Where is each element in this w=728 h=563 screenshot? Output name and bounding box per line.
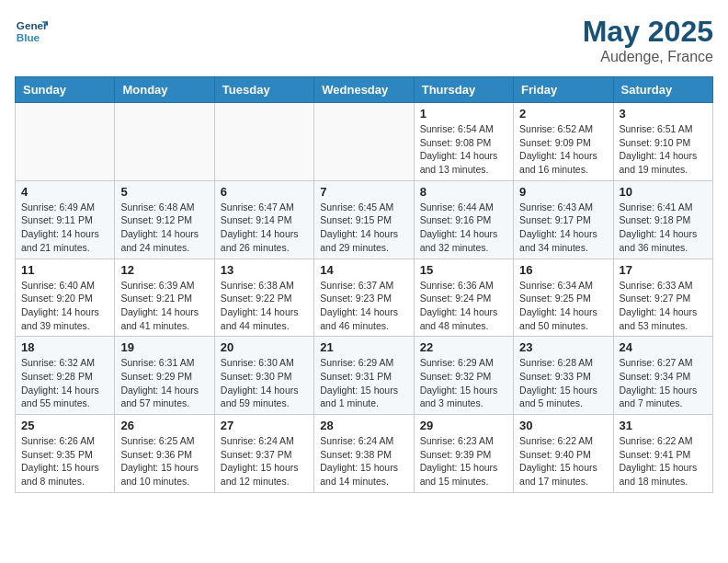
day-number: 4	[21, 185, 108, 199]
day-number: 26	[120, 419, 208, 432]
calendar-cell: 22Sunrise: 6:29 AM Sunset: 9:32 PM Dayli…	[414, 337, 513, 415]
day-number: 22	[420, 340, 507, 354]
calendar-cell: 3Sunrise: 6:51 AM Sunset: 9:10 PM Daylig…	[613, 103, 712, 181]
day-number: 13	[221, 263, 308, 277]
calendar-cell: 19Sunrise: 6:31 AM Sunset: 9:29 PM Dayli…	[115, 337, 214, 415]
day-info: Sunrise: 6:25 AM Sunset: 9:36 PM Dayligh…	[120, 434, 208, 488]
day-number: 25	[21, 419, 108, 432]
calendar-cell: 17Sunrise: 6:33 AM Sunset: 9:27 PM Dayli…	[613, 259, 712, 337]
calendar-cell: 2Sunrise: 6:52 AM Sunset: 9:09 PM Daylig…	[514, 103, 613, 181]
calendar-week-row: 25Sunrise: 6:26 AM Sunset: 9:35 PM Dayli…	[16, 415, 713, 493]
day-info: Sunrise: 6:49 AM Sunset: 9:11 PM Dayligh…	[21, 201, 108, 255]
calendar-cell: 4Sunrise: 6:49 AM Sunset: 9:11 PM Daylig…	[16, 180, 115, 259]
calendar-cell: 20Sunrise: 6:30 AM Sunset: 9:30 PM Dayli…	[214, 337, 313, 415]
day-number: 9	[519, 185, 607, 199]
day-info: Sunrise: 6:24 AM Sunset: 9:38 PM Dayligh…	[320, 434, 407, 488]
calendar-week-row: 4Sunrise: 6:49 AM Sunset: 9:11 PM Daylig…	[16, 180, 713, 259]
calendar-cell: 1Sunrise: 6:54 AM Sunset: 9:08 PM Daylig…	[414, 103, 513, 181]
day-info: Sunrise: 6:22 AM Sunset: 9:41 PM Dayligh…	[620, 434, 707, 488]
day-info: Sunrise: 6:39 AM Sunset: 9:21 PM Dayligh…	[120, 279, 208, 333]
day-info: Sunrise: 6:44 AM Sunset: 9:16 PM Dayligh…	[420, 201, 507, 255]
calendar-cell: 18Sunrise: 6:32 AM Sunset: 9:28 PM Dayli…	[16, 337, 115, 415]
weekday-header-thursday: Thursday	[414, 77, 513, 103]
day-info: Sunrise: 6:54 AM Sunset: 9:08 PM Dayligh…	[420, 122, 507, 177]
day-number: 28	[320, 419, 407, 432]
day-info: Sunrise: 6:34 AM Sunset: 9:25 PM Dayligh…	[519, 279, 607, 333]
calendar-cell: 24Sunrise: 6:27 AM Sunset: 9:34 PM Dayli…	[613, 337, 712, 415]
day-info: Sunrise: 6:38 AM Sunset: 9:22 PM Dayligh…	[221, 279, 308, 333]
calendar-cell: 14Sunrise: 6:37 AM Sunset: 9:23 PM Dayli…	[314, 259, 414, 337]
calendar-cell: 10Sunrise: 6:41 AM Sunset: 9:18 PM Dayli…	[613, 180, 712, 259]
day-info: Sunrise: 6:47 AM Sunset: 9:14 PM Dayligh…	[221, 201, 308, 255]
day-number: 1	[420, 107, 507, 121]
day-info: Sunrise: 6:45 AM Sunset: 9:15 PM Dayligh…	[320, 201, 407, 255]
calendar-cell: 23Sunrise: 6:28 AM Sunset: 9:33 PM Dayli…	[514, 337, 613, 415]
day-number: 7	[320, 185, 407, 199]
calendar-cell: 13Sunrise: 6:38 AM Sunset: 9:22 PM Dayli…	[214, 259, 313, 337]
calendar-cell: 8Sunrise: 6:44 AM Sunset: 9:16 PM Daylig…	[414, 180, 513, 259]
calendar-cell: 5Sunrise: 6:48 AM Sunset: 9:12 PM Daylig…	[115, 180, 214, 259]
day-number: 29	[420, 419, 507, 432]
day-number: 5	[120, 185, 208, 199]
day-info: Sunrise: 6:27 AM Sunset: 9:34 PM Dayligh…	[620, 356, 707, 410]
day-info: Sunrise: 6:24 AM Sunset: 9:37 PM Dayligh…	[221, 434, 308, 488]
day-number: 12	[120, 263, 208, 277]
weekday-header-tuesday: Tuesday	[214, 77, 313, 103]
day-info: Sunrise: 6:43 AM Sunset: 9:17 PM Dayligh…	[519, 201, 607, 255]
title-block: May 2025 Audenge, France	[583, 15, 713, 65]
day-number: 14	[320, 263, 407, 277]
calendar-week-row: 18Sunrise: 6:32 AM Sunset: 9:28 PM Dayli…	[16, 337, 713, 415]
calendar-cell: 29Sunrise: 6:23 AM Sunset: 9:39 PM Dayli…	[414, 415, 513, 493]
calendar-cell: 31Sunrise: 6:22 AM Sunset: 9:41 PM Dayli…	[613, 415, 712, 493]
day-number: 16	[519, 263, 607, 277]
calendar-week-row: 11Sunrise: 6:40 AM Sunset: 9:20 PM Dayli…	[16, 259, 713, 337]
calendar-cell: 21Sunrise: 6:29 AM Sunset: 9:31 PM Dayli…	[314, 337, 414, 415]
calendar-cell	[115, 103, 214, 181]
calendar-cell	[314, 103, 414, 181]
day-number: 17	[620, 263, 707, 277]
day-info: Sunrise: 6:32 AM Sunset: 9:28 PM Dayligh…	[21, 356, 108, 410]
calendar-cell: 9Sunrise: 6:43 AM Sunset: 9:17 PM Daylig…	[514, 180, 613, 259]
day-number: 11	[21, 263, 108, 277]
day-info: Sunrise: 6:26 AM Sunset: 9:35 PM Dayligh…	[21, 434, 108, 488]
svg-text:General: General	[17, 19, 48, 31]
location: Audenge, France	[583, 49, 713, 65]
day-number: 19	[120, 340, 208, 354]
weekday-header-saturday: Saturday	[613, 77, 712, 103]
day-number: 10	[620, 185, 707, 199]
day-info: Sunrise: 6:23 AM Sunset: 9:39 PM Dayligh…	[420, 434, 507, 488]
calendar-cell	[16, 103, 115, 181]
month-title: May 2025	[583, 15, 713, 49]
day-info: Sunrise: 6:29 AM Sunset: 9:31 PM Dayligh…	[320, 356, 407, 410]
day-number: 2	[519, 107, 607, 121]
day-number: 6	[221, 185, 308, 199]
day-number: 21	[320, 340, 407, 354]
day-number: 8	[420, 185, 507, 199]
day-info: Sunrise: 6:31 AM Sunset: 9:29 PM Dayligh…	[120, 356, 208, 410]
calendar-header-row: SundayMondayTuesdayWednesdayThursdayFrid…	[16, 77, 713, 103]
calendar-table: SundayMondayTuesdayWednesdayThursdayFrid…	[15, 76, 713, 493]
day-info: Sunrise: 6:22 AM Sunset: 9:40 PM Dayligh…	[519, 434, 607, 488]
weekday-header-monday: Monday	[115, 77, 214, 103]
day-number: 24	[620, 340, 707, 354]
day-info: Sunrise: 6:36 AM Sunset: 9:24 PM Dayligh…	[420, 279, 507, 333]
svg-text:Blue: Blue	[17, 31, 40, 43]
day-number: 3	[620, 107, 707, 121]
calendar-cell: 27Sunrise: 6:24 AM Sunset: 9:37 PM Dayli…	[214, 415, 313, 493]
day-info: Sunrise: 6:37 AM Sunset: 9:23 PM Dayligh…	[320, 279, 407, 333]
day-number: 15	[420, 263, 507, 277]
day-info: Sunrise: 6:28 AM Sunset: 9:33 PM Dayligh…	[519, 356, 607, 410]
logo: General Blue	[15, 15, 48, 48]
calendar-cell: 12Sunrise: 6:39 AM Sunset: 9:21 PM Dayli…	[115, 259, 214, 337]
day-number: 23	[519, 340, 607, 354]
calendar-cell	[214, 103, 313, 181]
logo-icon: General Blue	[15, 15, 48, 48]
calendar-cell: 26Sunrise: 6:25 AM Sunset: 9:36 PM Dayli…	[115, 415, 214, 493]
calendar-cell: 6Sunrise: 6:47 AM Sunset: 9:14 PM Daylig…	[214, 180, 313, 259]
day-info: Sunrise: 6:51 AM Sunset: 9:10 PM Dayligh…	[620, 122, 707, 177]
calendar-cell: 11Sunrise: 6:40 AM Sunset: 9:20 PM Dayli…	[16, 259, 115, 337]
day-number: 20	[221, 340, 308, 354]
calendar-cell: 15Sunrise: 6:36 AM Sunset: 9:24 PM Dayli…	[414, 259, 513, 337]
calendar-cell: 7Sunrise: 6:45 AM Sunset: 9:15 PM Daylig…	[314, 180, 414, 259]
weekday-header-wednesday: Wednesday	[314, 77, 414, 103]
